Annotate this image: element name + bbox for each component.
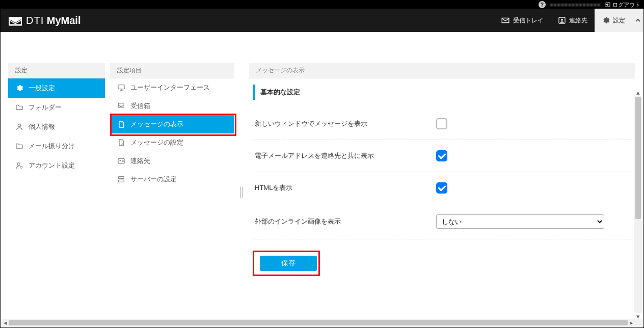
item-ui[interactable]: ユーザーインターフェース [110, 78, 234, 97]
main: 設定 一般設定 フォルダー 個人情報 メール振り分け アカウント設定 [1, 33, 643, 327]
topbar: ? ■■■■■■■■■■■■■■ ログアウト [1, 1, 643, 9]
person-gear-icon [15, 161, 23, 170]
card-icon [117, 157, 125, 165]
horizontal-scrollbar[interactable]: ◂ ▸ [2, 319, 635, 326]
nav-inbox[interactable]: 受信トレイ [494, 9, 551, 32]
logout-icon [605, 2, 611, 8]
item-inbox-label: 受信箱 [130, 101, 150, 111]
save-wrap: 保存 [253, 256, 324, 271]
svg-point-1 [561, 19, 563, 21]
folder-icon [15, 103, 23, 112]
grip-icon [240, 187, 243, 198]
nav-caret[interactable] [632, 9, 643, 32]
section-filters-label: メール振り分け [29, 142, 75, 151]
scroll-thumb-h[interactable] [9, 320, 628, 325]
form-header: メッセージの表示 [249, 63, 635, 78]
scroll-left-icon: ◂ [2, 319, 9, 326]
svg-point-4 [20, 166, 22, 168]
document-gear-icon [117, 139, 125, 147]
svg-point-2 [18, 124, 20, 127]
form-scroll: 基本的な設定 新しいウィンドウでメッセージを表示 電子メールアドレスを連絡先と共… [249, 78, 635, 322]
folder-icon [15, 142, 23, 150]
label-inline-images: 外部のインライン画像を表示 [253, 217, 436, 226]
inbox-icon [117, 102, 125, 110]
select-inline-images[interactable]: しない [436, 214, 604, 229]
nav-contacts[interactable]: 連絡先 [551, 9, 595, 32]
section-folders[interactable]: フォルダー [8, 98, 105, 117]
svg-rect-7 [118, 158, 124, 163]
label-show-html: HTMLを表示 [253, 183, 436, 193]
brand-dti: DTI [26, 15, 44, 26]
svg-point-3 [17, 163, 20, 166]
settings-sections-column: 設定 一般設定 フォルダー 個人情報 メール振り分け アカウント設定 [8, 63, 105, 322]
label-email-with-contacts: 電子メールアドレスを連絡先と共に表示 [253, 151, 436, 160]
inbox-icon [501, 17, 510, 24]
envelope-icon [9, 15, 22, 26]
nav-settings[interactable]: 設定 [595, 9, 632, 32]
nav-inbox-label: 受信トレイ [513, 16, 544, 25]
section-title: 基本的な設定 [253, 85, 631, 100]
help-icon[interactable]: ? [539, 1, 546, 8]
scroll-corner [635, 319, 642, 326]
svg-rect-10 [119, 180, 124, 182]
svg-point-6 [122, 144, 123, 145]
item-contacts[interactable]: 連絡先 [110, 152, 234, 170]
monitor-icon [117, 84, 125, 92]
label-new-window: 新しいウィンドウでメッセージを表示 [253, 119, 436, 128]
section-folders-label: フォルダー [29, 103, 62, 112]
user-email-obscured: ■■■■■■■■■■■■■■ [550, 2, 601, 8]
checkbox-new-window[interactable] [436, 118, 447, 129]
brand-mymail: MyMail [47, 15, 81, 26]
item-contacts-label: 連絡先 [130, 156, 150, 166]
item-message-settings[interactable]: メッセージの設定 [110, 133, 234, 152]
section-account[interactable]: アカウント設定 [8, 156, 105, 175]
person-icon [15, 123, 23, 131]
gear-icon [602, 16, 610, 24]
nav-tabs: 受信トレイ 連絡先 設定 [494, 9, 643, 32]
settings-items-column: 設定項目 ユーザーインターフェース 受信箱 メッセージの表示 メッセージの設定 … [110, 63, 234, 322]
content-wrap: 設定 一般設定 フォルダー 個人情報 メール振り分け アカウント設定 [8, 63, 635, 322]
scroll-thumb[interactable] [635, 97, 641, 219]
section-filters[interactable]: メール振り分け [8, 136, 105, 156]
section-general[interactable]: 一般設定 [8, 78, 105, 98]
nav-contacts-label: 連絡先 [569, 16, 587, 25]
column-divider[interactable] [239, 63, 244, 322]
checkbox-email-with-contacts[interactable] [436, 150, 447, 161]
row-show-html: HTMLを表示 [253, 172, 631, 204]
svg-rect-9 [119, 177, 124, 179]
item-ui-label: ユーザーインターフェース [130, 83, 210, 92]
item-message-display-label: メッセージの表示 [130, 120, 183, 129]
server-icon [117, 175, 125, 183]
logout-label: ログアウト [612, 1, 640, 9]
logout-link[interactable]: ログアウト [605, 1, 640, 9]
chevron-up-icon [635, 18, 640, 23]
scroll-right-icon: ▸ [628, 319, 635, 326]
row-email-with-contacts: 電子メールアドレスを連絡先と共に表示 [253, 140, 631, 172]
document-icon [117, 120, 125, 128]
contacts-icon [558, 16, 566, 24]
vertical-scrollbar[interactable]: ▴ ▾ [634, 96, 642, 313]
header: DTI MyMail 受信トレイ 連絡先 設定 [1, 9, 643, 32]
item-server-label: サーバーの設定 [130, 175, 177, 184]
form-panel: メッセージの表示 基本的な設定 新しいウィンドウでメッセージを表示 電子メールア… [249, 63, 635, 322]
scroll-up-icon: ▴ [634, 89, 642, 96]
checkbox-show-html[interactable] [436, 182, 447, 194]
brand: DTI MyMail [1, 9, 81, 32]
item-server[interactable]: サーバーの設定 [110, 170, 234, 188]
section-general-label: 一般設定 [29, 84, 55, 93]
svg-point-8 [120, 160, 121, 161]
col2-header: 設定項目 [110, 63, 234, 78]
nav-settings-label: 設定 [613, 16, 625, 25]
gear-icon [15, 84, 23, 92]
row-new-window: 新しいウィンドウでメッセージを表示 [253, 108, 631, 140]
col1-header: 設定 [8, 63, 105, 78]
save-button[interactable]: 保存 [260, 256, 317, 271]
section-identities[interactable]: 個人情報 [8, 117, 105, 136]
item-inbox[interactable]: 受信箱 [110, 97, 234, 115]
section-account-label: アカウント設定 [29, 161, 75, 170]
svg-rect-5 [118, 85, 124, 89]
scroll-track [9, 319, 628, 326]
item-message-display[interactable]: メッセージの表示 [110, 115, 234, 133]
item-message-settings-label: メッセージの設定 [130, 138, 183, 147]
section-identities-label: 個人情報 [29, 122, 55, 131]
